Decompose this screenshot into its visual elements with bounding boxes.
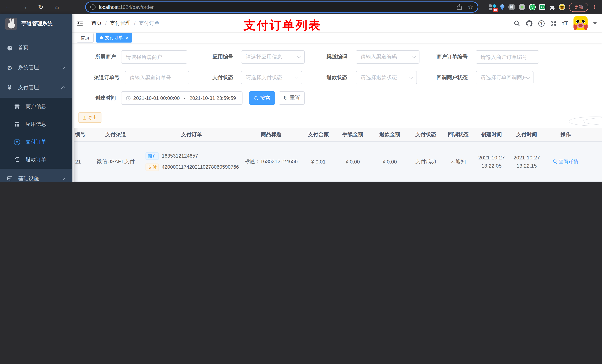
url-text: localhost:1024/pay/order <box>99 4 154 10</box>
channel-code-select[interactable]: 请输入渠道编码 <box>356 50 419 64</box>
pay-status-select[interactable]: 请选择支付状态 <box>241 71 302 84</box>
sidebar-item-label: 支付订单 <box>26 139 46 145</box>
cell-amount: ¥ 0.01 <box>302 182 335 182</box>
sidebar-item-system[interactable]: ⚙ 系统管理 <box>0 58 72 78</box>
tags-view-bar: 首页 支付订单× <box>72 32 602 43</box>
extension-gem-icon[interactable] <box>500 4 505 10</box>
cell-refund: ¥ 0.00 <box>370 142 409 181</box>
app-logo-row[interactable]: 芋道管理系统 <box>0 14 72 33</box>
extension-chat-icon[interactable]: ●● <box>539 4 545 10</box>
search-icon[interactable] <box>514 20 520 27</box>
notify-status-select[interactable]: 请选择订单回调商户状态 <box>476 71 534 84</box>
filter-create-time: 创建时间 2021-10-01 00:00:00 - 2021-10-31 23… <box>79 91 243 105</box>
sidebar-item-label: 基础设施 <box>18 175 39 182</box>
cell-fee: ¥ 0.00 <box>335 182 370 182</box>
sidebar-item-merchant-info[interactable]: 商户信息 <box>0 98 72 115</box>
table-header: 编号 支付渠道 支付订单 商品标题 支付金额 手续金额 退款金额 支付状态 回调… <box>74 128 602 142</box>
breadcrumb-current: 支付订单 <box>139 20 160 27</box>
chevron-icon <box>61 65 65 69</box>
filter-refund-status: 退款状态 请选择退款状态 <box>311 71 417 84</box>
app-id-select[interactable]: 请选择应用信息 <box>241 50 305 64</box>
export-button[interactable]: ↓导出 <box>78 113 101 123</box>
sidebar-item-pay-order[interactable]: ¥ 支付订单 <box>0 133 72 151</box>
sidebar-item-refund-order[interactable]: 退款订单 <box>0 151 72 169</box>
sidebar-item-label: 退款订单 <box>26 156 46 163</box>
breadcrumb-pay[interactable]: 支付管理 <box>110 20 131 27</box>
magnifier-icon <box>553 159 557 164</box>
pay-tag: 支付 <box>146 163 159 171</box>
address-bar[interactable]: i localhost:1024/pay/order ☆ <box>85 1 478 13</box>
cell-actions: 查看详情 <box>544 182 602 182</box>
yen-icon: ¥ <box>6 84 13 91</box>
merchant-tag: 商户 <box>146 152 159 160</box>
grid-icon <box>14 121 20 127</box>
browser-reload-icon[interactable]: ↻ <box>35 0 46 14</box>
site-info-icon[interactable]: i <box>90 4 96 10</box>
tab-home[interactable]: 首页 <box>77 33 94 42</box>
channel-order-no-input[interactable] <box>125 71 189 84</box>
cell-id: 21 <box>74 142 89 181</box>
close-icon[interactable]: × <box>126 35 128 40</box>
extension-badge: 10 <box>493 8 498 12</box>
sidebar-item-app-info[interactable]: 应用信息 <box>0 115 72 133</box>
extension-y-icon[interactable]: y <box>529 4 536 10</box>
create-time-range-input[interactable]: 2021-10-01 00:00:00 - 2021-10-31 23:59:5… <box>121 91 243 105</box>
cell-pay-status: 支付成功 <box>409 142 442 181</box>
sidebar-item-home[interactable]: 首页 <box>0 38 72 58</box>
browser-back-icon[interactable]: ← <box>3 0 13 14</box>
browser-forward-icon[interactable]: → <box>19 0 30 14</box>
orders-table: 编号 支付渠道 支付订单 商品标题 支付金额 手续金额 退款金额 支付状态 回调… <box>74 128 602 182</box>
extension-grid-icon[interactable]: 10 <box>489 3 496 10</box>
merchant-input[interactable] <box>121 50 187 64</box>
browser-menu-icon[interactable]: ⋮ <box>592 4 598 10</box>
browser-home-icon[interactable]: ⌂ <box>52 0 62 14</box>
cell-create-time: 2021-10-2713:22:05 <box>474 142 509 181</box>
sidebar-item-label: 支付管理 <box>18 84 39 91</box>
fullscreen-icon[interactable] <box>550 20 557 26</box>
share-icon[interactable] <box>456 4 462 10</box>
tab-pay-order[interactable]: 支付订单× <box>96 33 132 42</box>
sidebar-fold-icon[interactable] <box>77 20 83 27</box>
extension-command-icon[interactable]: ⌘ <box>508 4 515 10</box>
font-size-icon[interactable]: TT <box>562 20 568 27</box>
table-row: 21 微信 JSAPI 支付 商户1635312124657 支付4200001… <box>74 142 602 182</box>
refresh-icon: ↻ <box>283 95 288 101</box>
help-icon[interactable]: ? <box>538 20 545 26</box>
chevron-down-icon <box>409 75 413 79</box>
merchant-order-no-input[interactable] <box>476 50 539 64</box>
bookmark-star-icon[interactable]: ☆ <box>468 4 473 10</box>
store-icon <box>14 104 20 110</box>
cell-amount: ¥ 0.01 <box>302 142 335 181</box>
sidebar-item-infrastructure[interactable]: 基础设施 <box>0 169 72 182</box>
search-button[interactable]: 搜索 <box>249 91 275 105</box>
sidebar-item-label: 应用信息 <box>26 121 46 128</box>
cell-create-time: 2021-10-2713:19:09 <box>474 182 509 182</box>
extension-smiley-icon[interactable] <box>559 4 565 10</box>
chevron-down-icon[interactable] <box>593 22 597 24</box>
gear-icon: ⚙ <box>6 64 13 71</box>
sidebar-item-label: 商户信息 <box>26 103 46 110</box>
view-detail-link[interactable]: 查看详情 <box>553 158 579 165</box>
page-content: 所属商户 应用编号 请选择应用信息 渠道编码 请输入渠道编码 商户订单编号 <box>74 43 602 182</box>
reset-button[interactable]: ↻重置 <box>279 91 305 105</box>
app-title: 芋道管理系统 <box>22 20 53 27</box>
chevron-down-icon <box>295 75 298 79</box>
monitor-icon <box>6 176 13 182</box>
refund-status-select[interactable]: 请选择退款状态 <box>356 71 417 84</box>
breadcrumb-home[interactable]: 首页 <box>91 20 102 27</box>
cell-channel: 微信 JSAPI 支付 <box>89 142 142 181</box>
avatar[interactable] <box>573 16 588 30</box>
filter-app-id: 应用编号 请选择应用信息 <box>196 50 305 64</box>
cell-pay-order: 商户1635311949168 支付4200001181202110277723… <box>142 182 241 182</box>
extension-record-icon[interactable] <box>519 4 525 10</box>
sidebar-item-payment[interactable]: ¥ 支付管理 <box>0 78 72 98</box>
search-icon <box>254 96 258 100</box>
filter-channel-order-no: 渠道订单号 <box>79 71 189 84</box>
chevron-down-icon <box>412 54 416 58</box>
github-icon[interactable] <box>526 20 533 27</box>
top-navbar: 首页 / 支付管理 / 支付订单 支付订单列表 ? TT <box>72 14 602 32</box>
browser-update-button[interactable]: 更新 <box>569 2 588 12</box>
rabbit-logo-icon <box>5 18 17 29</box>
active-dot-icon <box>100 36 103 39</box>
extensions-puzzle-icon[interactable] <box>549 4 555 10</box>
